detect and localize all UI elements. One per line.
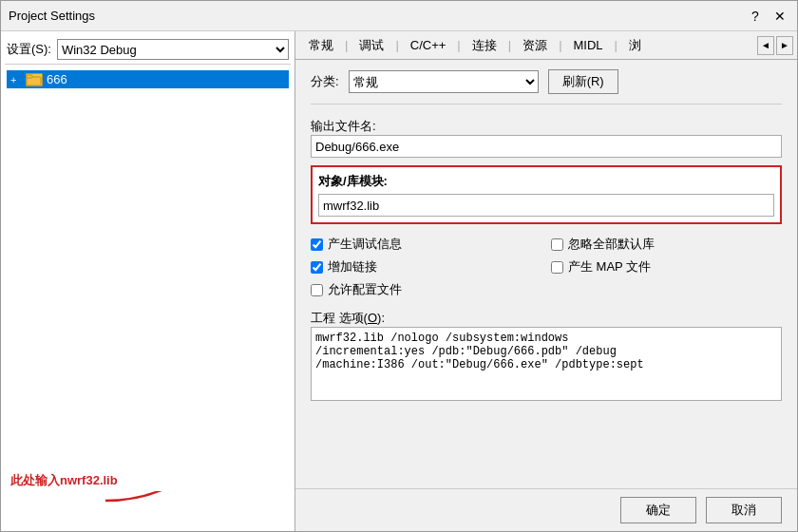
checkbox-label-4: 允许配置文件 — [328, 281, 402, 298]
options-label: 工程 选项(O): — [311, 310, 782, 327]
category-select[interactable]: 常规 — [349, 70, 539, 93]
checkbox-row-4: 允许配置文件 — [311, 281, 542, 298]
tree-area: + 666 — [5, 68, 291, 527]
checkbox-label-2: 增加链接 — [328, 258, 377, 276]
tab-general[interactable]: 常规 — [299, 33, 343, 58]
checkboxes-area: 产生调试信息 忽略全部默认库 增加链接 产生 MAP 文件 — [311, 236, 782, 298]
checkbox-map-file[interactable] — [551, 261, 563, 274]
tab-resource[interactable]: 资源 — [513, 33, 557, 58]
checkbox-debug-info[interactable] — [311, 238, 323, 251]
tab-cpp[interactable]: C/C++ — [401, 34, 456, 56]
checkbox-row-1: 忽略全部默认库 — [551, 236, 782, 253]
options-textarea[interactable]: mwrf32.lib /nologo /subsystem:windows /i… — [311, 327, 782, 401]
object-module-label: 对象/库模块: — [318, 173, 774, 190]
cancel-button[interactable]: 取消 — [706, 497, 782, 523]
tab-scroll-right[interactable]: ► — [776, 36, 793, 55]
checkbox-label-0: 产生调试信息 — [328, 236, 402, 253]
folder-icon — [26, 73, 43, 86]
svg-rect-1 — [27, 75, 32, 78]
tree-item-label: 666 — [47, 72, 67, 86]
options-section: 工程 选项(O): mwrf32.lib /nologo /subsystem:… — [311, 306, 782, 404]
tab-browse[interactable]: 浏 — [619, 33, 651, 58]
checkbox-row-0: 产生调试信息 — [311, 236, 542, 253]
divider-1 — [311, 104, 782, 104]
dialog-footer: 确定 取消 — [295, 488, 797, 531]
settings-label: 设置(S): — [7, 41, 51, 58]
checkbox-label-1: 忽略全部默认库 — [568, 236, 655, 253]
object-module-section: 对象/库模块: — [311, 165, 782, 224]
tabs-bar: 常规 | 调试 | C/C++ | 连接 | 资源 | MIDL | 浏 ◄ ► — [295, 31, 797, 60]
right-content: 分类: 常规 刷新(R) 输出文件名: 对象/库模块: — [295, 60, 797, 488]
category-label: 分类: — [311, 73, 339, 90]
title-controls: ? ✕ — [746, 7, 789, 26]
options-shortcut: O — [368, 311, 377, 325]
checkbox-row-2: 增加链接 — [311, 258, 542, 276]
dialog-body: 设置(S): Win32 Debug + 666 — [1, 31, 797, 531]
category-row: 分类: 常规 刷新(R) — [311, 69, 782, 94]
output-file-input[interactable] — [311, 135, 782, 158]
project-settings-dialog: Project Settings ? ✕ 设置(S): Win32 Debug … — [0, 0, 798, 532]
checkbox-ignore-lib[interactable] — [551, 238, 563, 251]
settings-select[interactable]: Win32 Debug — [57, 39, 289, 60]
close-button[interactable]: ✕ — [770, 7, 789, 26]
object-module-input[interactable] — [318, 194, 774, 217]
checkbox-incremental[interactable] — [311, 261, 323, 274]
settings-row: 设置(S): Win32 Debug — [5, 35, 291, 65]
tab-scroll-buttons: ◄ ► — [757, 36, 793, 55]
refresh-button[interactable]: 刷新(R) — [548, 69, 618, 94]
tab-link[interactable]: 连接 — [463, 33, 506, 58]
ok-button[interactable]: 确定 — [620, 497, 696, 523]
help-button[interactable]: ? — [746, 7, 765, 26]
checkbox-profile[interactable] — [311, 284, 323, 296]
checkbox-row-3: 产生 MAP 文件 — [551, 258, 782, 276]
checkbox-label-3: 产生 MAP 文件 — [568, 258, 651, 276]
tab-debug[interactable]: 调试 — [350, 33, 393, 58]
tree-item-666[interactable]: + 666 — [7, 70, 289, 88]
output-file-section: 输出文件名: — [311, 114, 782, 158]
tab-midl[interactable]: MIDL — [564, 34, 613, 56]
right-panel: 常规 | 调试 | C/C++ | 连接 | 资源 | MIDL | 浏 ◄ ► — [295, 31, 797, 531]
output-file-label: 输出文件名: — [311, 118, 782, 135]
tab-scroll-left[interactable]: ◄ — [757, 36, 774, 55]
dialog-title: Project Settings — [9, 9, 95, 23]
title-bar: Project Settings ? ✕ — [1, 1, 797, 31]
tree-expand-icon: + — [10, 74, 22, 86]
left-panel: 设置(S): Win32 Debug + 666 — [1, 31, 295, 531]
